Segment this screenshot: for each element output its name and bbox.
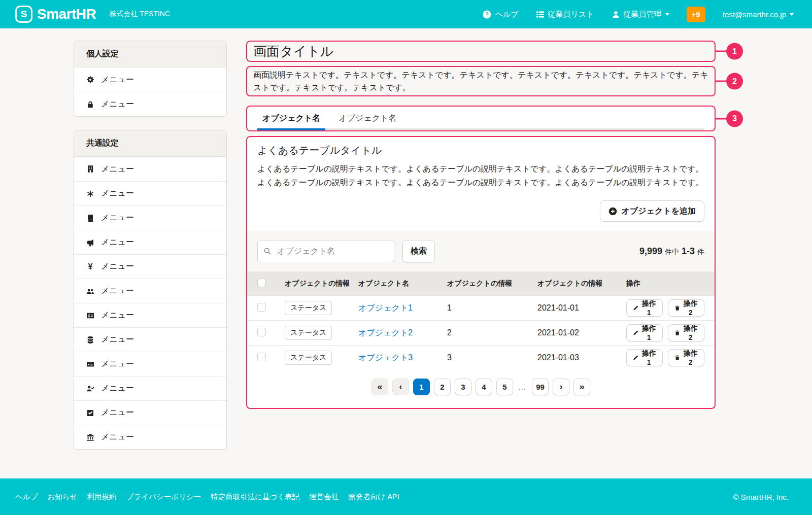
annotation-badge-3: 3: [726, 110, 743, 127]
nav-employee-list[interactable]: 従業員リスト: [536, 10, 594, 19]
page-content: 個人設定 メニュー メニュー 共通設定 メニュー メニュー メニュー: [0, 28, 812, 478]
delete-button[interactable]: 操作2: [668, 299, 704, 317]
bank-icon: [86, 433, 94, 441]
last-page-button[interactable]: »: [573, 379, 590, 395]
sidebar-item-menu[interactable]: メニュー: [74, 303, 226, 327]
sidebar-item-menu[interactable]: メニュー: [74, 181, 226, 205]
footer-link-news[interactable]: お知らせ: [48, 492, 78, 502]
list-icon: [536, 10, 545, 19]
company-name: 株式会社 TESTINC: [109, 10, 170, 19]
sidebar-item-menu[interactable]: メニュー: [74, 327, 226, 352]
page-description: 画面説明テキストです。テキストです。テキストです。テキストです。テキストです。テ…: [253, 68, 708, 94]
building-icon: [86, 165, 94, 173]
trash-icon: [674, 304, 680, 312]
account-dropdown[interactable]: test@smarthr.co.jp: [723, 10, 794, 19]
tab-object-1[interactable]: オブジェクト名: [257, 107, 325, 130]
status-badge: ステータス: [285, 326, 332, 340]
book-icon: [86, 214, 94, 222]
footer-link-privacy[interactable]: プライバシーポリシー: [126, 492, 201, 502]
table-toolbar: 検索 9,999 件中 1-3 件: [247, 231, 715, 271]
pencil-icon: [633, 354, 638, 361]
first-page-button[interactable]: «: [371, 379, 388, 395]
object-link[interactable]: オブジェクト1: [358, 303, 447, 314]
next-page-button[interactable]: ›: [553, 379, 569, 395]
sidebar-section-title: 共通設定: [74, 130, 226, 157]
tab-bar: オブジェクト名 オブジェクト名: [257, 107, 704, 130]
tab-object-2[interactable]: オブジェクト名: [333, 107, 401, 130]
sidebar-item-menu[interactable]: メニュー: [74, 157, 226, 181]
smarthr-logo-text: SmartHR: [37, 6, 96, 22]
edit-button[interactable]: 操作1: [626, 299, 663, 317]
column-header: オブジェクトの情報: [537, 279, 626, 288]
sidebar-item-menu[interactable]: メニュー: [74, 400, 226, 425]
footer-link-company[interactable]: 運営会社: [309, 492, 339, 502]
help-circle-icon: ?: [483, 10, 491, 19]
page-button-4[interactable]: 4: [476, 379, 492, 395]
app-footer: ヘルプ お知らせ 利用規約 プライバシーポリシー 特定商取引法に基づく表記 運営…: [0, 478, 812, 515]
footer-link-developer-api[interactable]: 開発者向け API: [348, 492, 399, 502]
page-button-99[interactable]: 99: [532, 379, 549, 395]
sidebar-item-menu[interactable]: メニュー: [74, 230, 226, 254]
result-count: 9,999 件中 1-3 件: [639, 246, 704, 257]
column-header: オブジェクトの情報: [447, 279, 537, 288]
id-card-icon: [86, 312, 94, 320]
page-button-1[interactable]: 1: [413, 379, 430, 395]
annotation-badge-1: 1: [726, 43, 743, 60]
sidebar-item-menu[interactable]: メニュー: [74, 205, 226, 230]
column-header: 操作: [626, 279, 704, 288]
page-button-2[interactable]: 2: [434, 379, 451, 395]
status-badge: ステータス: [285, 301, 332, 315]
row-checkbox[interactable]: [257, 328, 266, 336]
table-row: ステータス オブジェクト3 3 2021-01-03 操作1 操作2: [247, 345, 715, 370]
add-object-button[interactable]: オブジェクトを追加: [600, 200, 704, 222]
delete-button[interactable]: 操作2: [668, 324, 704, 341]
prev-page-button[interactable]: ‹: [392, 379, 409, 395]
sidebar-item-menu[interactable]: メニュー: [74, 352, 226, 376]
sidebar-item-menu[interactable]: メニュー: [74, 279, 226, 303]
annotation-box-3: オブジェクト名 オブジェクト名 3: [246, 106, 716, 131]
sidebar-item-menu[interactable]: メニュー: [74, 92, 226, 116]
user-icon: [612, 10, 620, 19]
column-header: オブジェクトの情報: [285, 279, 358, 288]
status-badge: ステータス: [285, 351, 332, 365]
edit-button[interactable]: 操作1: [626, 324, 663, 341]
sidebar-section-personal: 個人設定 メニュー メニュー: [74, 41, 227, 117]
page-button-5[interactable]: 5: [496, 379, 513, 395]
footer-link-help[interactable]: ヘルプ: [15, 492, 38, 502]
chevron-down-icon: [790, 13, 794, 18]
delete-button[interactable]: 操作2: [668, 349, 704, 366]
sidebar-item-menu[interactable]: メニュー: [74, 425, 226, 449]
page-button-3[interactable]: 3: [455, 379, 471, 395]
notification-badge[interactable]: +9: [687, 7, 705, 22]
megaphone-icon: [86, 238, 94, 247]
footer-link-terms[interactable]: 利用規約: [87, 492, 117, 502]
sidebar-item-menu[interactable]: ¥ メニュー: [74, 254, 226, 279]
table-description: よくあるテーブルの説明テキストです。よくあるテーブルの説明テキストです。よくある…: [257, 162, 704, 189]
table-row: ステータス オブジェクト1 1 2021-01-01 操作1 操作2: [247, 295, 715, 320]
pagination: « ‹ 1 2 3 4 5 … 99 › »: [247, 370, 715, 408]
user-check-icon: [86, 385, 94, 393]
edit-button[interactable]: 操作1: [626, 349, 663, 366]
nav-employee-manage-dropdown[interactable]: 従業員管理: [612, 10, 669, 19]
copyright: © SmartHR, Inc.: [733, 493, 789, 501]
asterisk-icon: [86, 190, 94, 198]
money-check-icon: [86, 360, 94, 368]
trash-icon: [674, 329, 680, 336]
users-icon: [86, 287, 94, 295]
select-all-checkbox[interactable]: [257, 279, 266, 287]
table-row: ステータス オブジェクト2 2 2021-01-02 操作1 操作2: [247, 320, 715, 345]
object-link[interactable]: オブジェクト2: [358, 328, 447, 338]
sidebar-item-menu[interactable]: メニュー: [74, 376, 226, 400]
header-nav: ? ヘルプ 従業員リスト 従業員管理 +9 test@smarthr.co.jp: [483, 7, 794, 22]
smarthr-logo[interactable]: S SmartHR: [15, 6, 96, 23]
annotation-badge-2: 2: [726, 73, 743, 90]
row-checkbox[interactable]: [257, 303, 266, 312]
footer-link-commerce-law[interactable]: 特定商取引法に基づく表記: [211, 492, 299, 502]
search-button[interactable]: 検索: [402, 240, 435, 262]
sidebar-item-menu[interactable]: メニュー: [74, 67, 226, 92]
row-checkbox[interactable]: [257, 353, 266, 361]
search-input[interactable]: [257, 240, 394, 262]
sidebar-section-common: 共通設定 メニュー メニュー メニュー メニュー ¥ メニュー: [74, 130, 227, 450]
object-link[interactable]: オブジェクト3: [358, 353, 447, 363]
nav-help[interactable]: ? ヘルプ: [483, 10, 518, 19]
